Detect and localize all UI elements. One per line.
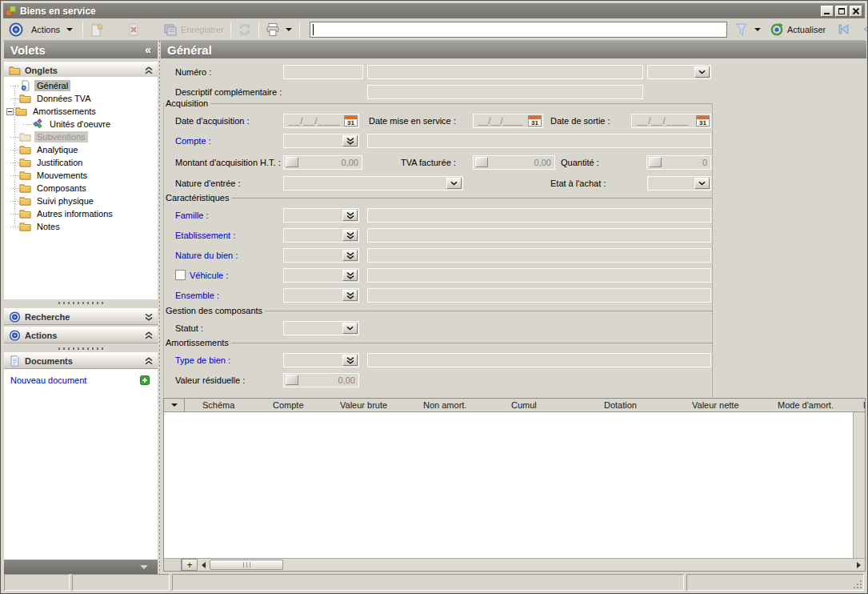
ensemble-label[interactable]: Ensemble : xyxy=(175,291,219,300)
grid-selector-header[interactable] xyxy=(164,399,185,411)
type-bien-designation-field[interactable] xyxy=(367,353,711,367)
tree-collapse-expander[interactable] xyxy=(6,108,14,115)
close-button[interactable] xyxy=(850,6,862,17)
etat-achat-select[interactable] xyxy=(647,176,711,191)
etablissement-designation-field[interactable] xyxy=(367,228,711,243)
dropdown-button[interactable] xyxy=(694,66,710,78)
famille-designation-field[interactable] xyxy=(367,208,711,223)
numero-input[interactable] xyxy=(283,65,363,79)
compte-designation-field[interactable] xyxy=(367,134,711,148)
amount-button[interactable] xyxy=(286,375,298,385)
save-button[interactable]: Enregistrer xyxy=(161,22,226,38)
montant-ht-input[interactable]: 0,00 xyxy=(283,155,362,170)
dropdown-button[interactable] xyxy=(342,323,358,334)
type-bien-label[interactable]: Type de bien : xyxy=(175,355,230,365)
column-header[interactable]: D xyxy=(846,399,865,411)
lookup-button[interactable] xyxy=(342,135,358,146)
nouveau-document-link[interactable]: Nouveau document xyxy=(10,375,86,385)
tree-item-unites-doeuvre[interactable]: Unités d'oeuvre xyxy=(4,118,158,130)
dropdown-button[interactable] xyxy=(446,178,462,189)
filter-dropdown-button[interactable] xyxy=(754,28,761,31)
famille-label[interactable]: Famille : xyxy=(175,211,209,220)
grid-vscrollbar[interactable] xyxy=(853,412,865,558)
new-button[interactable] xyxy=(87,22,106,38)
vehicule-designation-field[interactable] xyxy=(367,268,711,283)
minimize-button[interactable] xyxy=(821,6,834,17)
actions-menu-button[interactable]: Actions xyxy=(6,22,78,38)
lookup-button[interactable] xyxy=(342,250,358,261)
title-bar[interactable]: Biens en service xyxy=(3,3,865,18)
first-record-button[interactable] xyxy=(834,22,853,36)
tree-item-analytique[interactable]: Analytique xyxy=(4,143,158,156)
tva-input[interactable]: 0,00 xyxy=(473,155,555,170)
lookup-button[interactable] xyxy=(342,270,358,281)
type-bien-lookup[interactable] xyxy=(283,353,359,367)
column-header[interactable]: Valeur nette xyxy=(674,399,760,411)
vehicule-checkbox[interactable] xyxy=(175,270,186,280)
column-header[interactable]: Mode d'amort. xyxy=(760,399,846,411)
etablissement-lookup[interactable] xyxy=(283,228,359,243)
section-documents[interactable]: Documents xyxy=(4,352,158,369)
statut-select[interactable] xyxy=(283,321,359,335)
refresh-button[interactable]: Actualiser xyxy=(767,22,828,38)
numero-designation-input[interactable] xyxy=(367,65,643,79)
splitter-handle[interactable] xyxy=(4,299,158,307)
scroll-left-button[interactable] xyxy=(198,559,210,571)
tree-item-donnees-tva[interactable]: Données TVA xyxy=(4,92,158,105)
column-header[interactable]: Cumul xyxy=(494,399,586,411)
date-mise-en-service-input[interactable]: __/__/____ 31 xyxy=(473,114,543,128)
lookup-button[interactable] xyxy=(342,355,358,366)
tree-item-amortissements[interactable]: Amortissements xyxy=(4,105,158,118)
print-button[interactable] xyxy=(263,22,282,38)
amount-button[interactable] xyxy=(286,157,298,167)
tree-item-suivi-physique[interactable]: Suivi physique xyxy=(4,195,158,207)
ensemble-designation-field[interactable] xyxy=(367,288,711,303)
nature-bien-label[interactable]: Nature du bien : xyxy=(175,251,238,260)
tree-item-autres-informations[interactable]: Autres informations xyxy=(4,207,158,220)
column-header[interactable]: Valeur brute xyxy=(322,399,406,411)
hscroll-track[interactable] xyxy=(283,559,853,571)
section-actions[interactable]: Actions xyxy=(4,327,158,343)
hscroll-thumb[interactable] xyxy=(210,560,283,570)
grid-add-button[interactable]: + xyxy=(182,559,198,571)
chevron-up-icon[interactable] xyxy=(145,357,153,365)
filter-button[interactable] xyxy=(732,22,751,38)
section-onglets[interactable]: Onglets xyxy=(4,62,158,78)
dropdown-button[interactable] xyxy=(694,178,710,189)
resize-grip-icon[interactable] xyxy=(860,587,862,588)
date-acquisition-input[interactable]: __/__/____ 31 xyxy=(283,114,359,128)
tree-item-justification[interactable]: Justification xyxy=(4,156,158,169)
etablissement-label[interactable]: Etablissement : xyxy=(175,231,235,240)
chevron-up-icon[interactable] xyxy=(145,331,153,339)
compte-label[interactable]: Compte : xyxy=(175,136,211,146)
chevron-up-icon[interactable] xyxy=(145,66,153,74)
column-header[interactable]: Schéma xyxy=(185,399,255,411)
ensemble-lookup[interactable] xyxy=(283,288,359,303)
chevron-down-icon[interactable] xyxy=(145,313,153,321)
print-dropdown-button[interactable] xyxy=(286,28,292,31)
panel-splitter[interactable] xyxy=(159,41,160,574)
tree-item-mouvements[interactable]: Mouvements xyxy=(4,169,158,182)
column-header[interactable]: Dotation xyxy=(586,399,674,411)
amount-button[interactable] xyxy=(649,157,662,167)
section-recherche[interactable]: Recherche xyxy=(4,308,158,325)
nature-bien-lookup[interactable] xyxy=(283,248,359,263)
calendar-button[interactable]: 31 xyxy=(528,115,542,126)
famille-lookup[interactable] xyxy=(283,208,359,223)
numero-type-select[interactable] xyxy=(647,65,711,79)
lookup-button[interactable] xyxy=(342,290,358,301)
valeur-residuelle-input[interactable]: 0,00 xyxy=(283,373,359,387)
compte-lookup[interactable] xyxy=(283,134,359,148)
tree-item-subventions[interactable]: Subventions xyxy=(4,130,158,143)
previous-record-button[interactable] xyxy=(858,22,868,36)
scroll-right-button[interactable] xyxy=(853,559,865,571)
vehicule-lookup[interactable] xyxy=(283,268,359,283)
date-sortie-input[interactable]: __/__/____ 31 xyxy=(631,114,711,128)
vehicule-label[interactable]: Véhicule : xyxy=(190,271,228,280)
add-document-icon[interactable] xyxy=(140,375,150,385)
sidebar-bottom-bar[interactable] xyxy=(4,560,158,574)
descriptif-input[interactable] xyxy=(367,85,643,99)
column-header[interactable]: Compte xyxy=(255,399,322,411)
tree-item-composants[interactable]: Composants xyxy=(4,182,158,195)
delete-button[interactable] xyxy=(124,22,143,38)
